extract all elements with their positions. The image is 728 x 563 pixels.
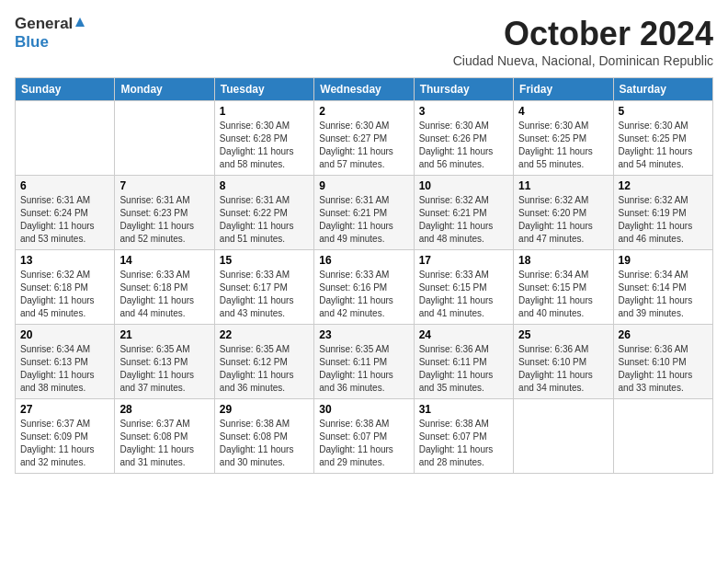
day-number: 21: [119, 328, 209, 341]
day-info: Sunrise: 6:38 AMSunset: 6:07 PMDaylight:…: [319, 418, 408, 469]
column-header-thursday: Thursday: [414, 78, 513, 101]
day-info: Sunrise: 6:31 AMSunset: 6:22 PMDaylight:…: [220, 194, 309, 246]
calendar-cell: 13Sunrise: 6:32 AMSunset: 6:18 PMDayligh…: [16, 250, 115, 325]
day-info: Sunrise: 6:30 AMSunset: 6:25 PMDaylight:…: [619, 120, 708, 171]
day-number: 26: [619, 328, 708, 341]
day-info: Sunrise: 6:30 AMSunset: 6:28 PMDaylight:…: [220, 120, 309, 171]
calendar-cell: 3Sunrise: 6:30 AMSunset: 6:26 PMDaylight…: [414, 101, 513, 176]
day-info: Sunrise: 6:31 AMSunset: 6:21 PMDaylight:…: [319, 194, 408, 246]
calendar-cell: 16Sunrise: 6:33 AMSunset: 6:16 PMDayligh…: [314, 250, 414, 325]
month-title: October 2024: [453, 15, 713, 53]
calendar-cell: 8Sunrise: 6:31 AMSunset: 6:22 PMDaylight…: [214, 176, 313, 250]
day-number: 17: [419, 254, 508, 267]
calendar-cell: 26Sunrise: 6:36 AMSunset: 6:10 PMDayligh…: [613, 325, 712, 399]
calendar-week-row: 13Sunrise: 6:32 AMSunset: 6:18 PMDayligh…: [16, 250, 713, 325]
calendar-cell: 1Sunrise: 6:30 AMSunset: 6:28 PMDaylight…: [214, 101, 313, 176]
calendar-cell: 11Sunrise: 6:32 AMSunset: 6:20 PMDayligh…: [514, 176, 613, 250]
calendar-cell: 29Sunrise: 6:38 AMSunset: 6:08 PMDayligh…: [214, 399, 313, 474]
day-info: Sunrise: 6:32 AMSunset: 6:18 PMDaylight:…: [20, 269, 109, 320]
day-number: 10: [419, 179, 508, 192]
day-info: Sunrise: 6:33 AMSunset: 6:16 PMDaylight:…: [319, 269, 408, 320]
day-number: 30: [319, 403, 408, 416]
day-number: 1: [220, 105, 309, 118]
calendar-cell: 15Sunrise: 6:33 AMSunset: 6:17 PMDayligh…: [214, 250, 313, 325]
day-info: Sunrise: 6:38 AMSunset: 6:08 PMDaylight:…: [220, 418, 309, 469]
day-number: 29: [220, 403, 309, 416]
day-number: 18: [518, 254, 608, 267]
day-info: Sunrise: 6:31 AMSunset: 6:23 PMDaylight:…: [119, 194, 209, 246]
calendar-table: SundayMondayTuesdayWednesdayThursdayFrid…: [15, 77, 713, 474]
day-number: 12: [619, 179, 708, 192]
calendar-cell: 10Sunrise: 6:32 AMSunset: 6:21 PMDayligh…: [414, 176, 513, 250]
day-info: Sunrise: 6:34 AMSunset: 6:15 PMDaylight:…: [518, 269, 608, 320]
day-info: Sunrise: 6:35 AMSunset: 6:13 PMDaylight:…: [119, 343, 209, 395]
day-info: Sunrise: 6:34 AMSunset: 6:14 PMDaylight:…: [619, 269, 708, 320]
calendar-cell: 18Sunrise: 6:34 AMSunset: 6:15 PMDayligh…: [514, 250, 613, 325]
calendar-cell: 27Sunrise: 6:37 AMSunset: 6:09 PMDayligh…: [16, 399, 115, 474]
column-header-wednesday: Wednesday: [314, 78, 414, 101]
day-info: Sunrise: 6:32 AMSunset: 6:21 PMDaylight:…: [419, 194, 508, 246]
logo-general-text: General: [15, 16, 73, 33]
calendar-cell: 12Sunrise: 6:32 AMSunset: 6:19 PMDayligh…: [613, 176, 712, 250]
day-number: 13: [20, 254, 109, 267]
calendar-cell: [613, 399, 712, 474]
day-number: 28: [119, 403, 209, 416]
day-info: Sunrise: 6:36 AMSunset: 6:11 PMDaylight:…: [419, 343, 508, 395]
calendar-cell: 7Sunrise: 6:31 AMSunset: 6:23 PMDaylight…: [115, 176, 214, 250]
day-number: 20: [20, 328, 109, 341]
day-info: Sunrise: 6:33 AMSunset: 6:15 PMDaylight:…: [419, 269, 508, 320]
calendar-cell: 6Sunrise: 6:31 AMSunset: 6:24 PMDaylight…: [16, 176, 115, 250]
title-area: October 2024 Ciudad Nueva, Nacional, Dom…: [453, 15, 713, 68]
day-number: 6: [20, 179, 109, 192]
day-info: Sunrise: 6:32 AMSunset: 6:20 PMDaylight:…: [518, 194, 608, 246]
header: General Blue October 2024 Ciudad Nueva, …: [15, 15, 713, 68]
day-number: 7: [119, 179, 209, 192]
calendar-week-row: 27Sunrise: 6:37 AMSunset: 6:09 PMDayligh…: [16, 399, 713, 474]
calendar-cell: [115, 101, 214, 176]
calendar-cell: 25Sunrise: 6:36 AMSunset: 6:10 PMDayligh…: [514, 325, 613, 399]
day-number: 22: [220, 328, 309, 341]
calendar-cell: 14Sunrise: 6:33 AMSunset: 6:18 PMDayligh…: [115, 250, 214, 325]
day-info: Sunrise: 6:30 AMSunset: 6:26 PMDaylight:…: [419, 120, 508, 171]
day-number: 14: [119, 254, 209, 267]
day-number: 19: [619, 254, 708, 267]
day-number: 25: [518, 328, 608, 341]
calendar-cell: 4Sunrise: 6:30 AMSunset: 6:25 PMDaylight…: [514, 101, 613, 176]
day-number: 24: [419, 328, 508, 341]
column-header-monday: Monday: [115, 78, 214, 101]
day-info: Sunrise: 6:30 AMSunset: 6:25 PMDaylight:…: [518, 120, 608, 171]
calendar-cell: 20Sunrise: 6:34 AMSunset: 6:13 PMDayligh…: [16, 325, 115, 399]
logo: General Blue: [15, 15, 86, 52]
day-number: 31: [419, 403, 508, 416]
calendar-cell: [16, 101, 115, 176]
logo-blue-text: Blue: [15, 33, 49, 51]
svg-marker-0: [75, 17, 85, 27]
day-info: Sunrise: 6:33 AMSunset: 6:17 PMDaylight:…: [220, 269, 309, 320]
column-header-tuesday: Tuesday: [214, 78, 313, 101]
calendar-cell: 30Sunrise: 6:38 AMSunset: 6:07 PMDayligh…: [314, 399, 414, 474]
day-info: Sunrise: 6:37 AMSunset: 6:08 PMDaylight:…: [119, 418, 209, 469]
calendar-cell: 31Sunrise: 6:38 AMSunset: 6:07 PMDayligh…: [414, 399, 513, 474]
calendar-cell: [514, 399, 613, 474]
day-info: Sunrise: 6:30 AMSunset: 6:27 PMDaylight:…: [319, 120, 408, 171]
location-title: Ciudad Nueva, Nacional, Dominican Republ…: [453, 53, 713, 68]
day-number: 9: [319, 179, 408, 192]
calendar-cell: 9Sunrise: 6:31 AMSunset: 6:21 PMDaylight…: [314, 176, 414, 250]
day-number: 5: [619, 105, 708, 118]
day-info: Sunrise: 6:35 AMSunset: 6:11 PMDaylight:…: [319, 343, 408, 395]
calendar-cell: 17Sunrise: 6:33 AMSunset: 6:15 PMDayligh…: [414, 250, 513, 325]
day-info: Sunrise: 6:32 AMSunset: 6:19 PMDaylight:…: [619, 194, 708, 246]
logo-icon: [74, 16, 86, 29]
calendar-week-row: 6Sunrise: 6:31 AMSunset: 6:24 PMDaylight…: [16, 176, 713, 250]
day-info: Sunrise: 6:36 AMSunset: 6:10 PMDaylight:…: [518, 343, 608, 395]
calendar-cell: 19Sunrise: 6:34 AMSunset: 6:14 PMDayligh…: [613, 250, 712, 325]
day-number: 8: [220, 179, 309, 192]
calendar-week-row: 1Sunrise: 6:30 AMSunset: 6:28 PMDaylight…: [16, 101, 713, 176]
calendar-cell: 2Sunrise: 6:30 AMSunset: 6:27 PMDaylight…: [314, 101, 414, 176]
column-header-friday: Friday: [514, 78, 613, 101]
day-info: Sunrise: 6:38 AMSunset: 6:07 PMDaylight:…: [419, 418, 508, 469]
day-number: 23: [319, 328, 408, 341]
calendar-cell: 5Sunrise: 6:30 AMSunset: 6:25 PMDaylight…: [613, 101, 712, 176]
day-info: Sunrise: 6:31 AMSunset: 6:24 PMDaylight:…: [20, 194, 109, 246]
day-number: 4: [518, 105, 608, 118]
